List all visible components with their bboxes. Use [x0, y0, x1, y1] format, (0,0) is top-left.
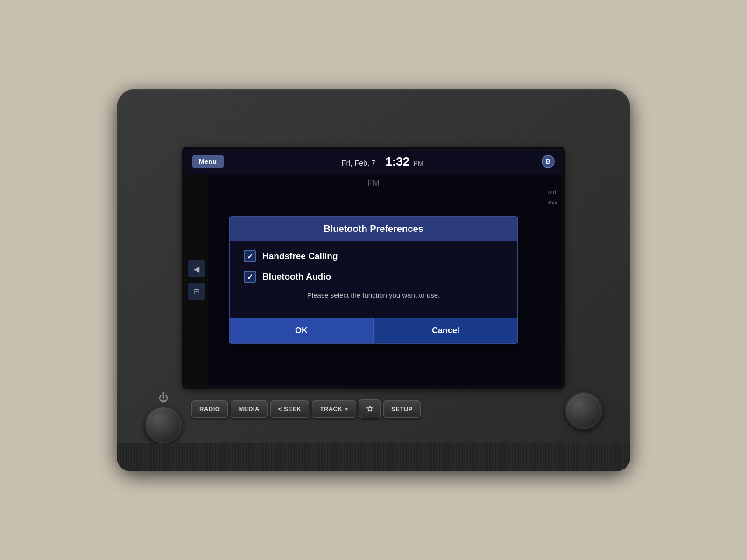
handsfree-calling-option[interactable]: Handsfree Calling	[244, 250, 503, 262]
favorite-button[interactable]: ☆	[359, 399, 381, 418]
screen: Menu Fri, Feb. 7 1:32 PM B FM	[185, 149, 562, 386]
ok-button[interactable]: OK	[230, 318, 374, 343]
dialog-body: Handsfree Calling Bluetooth Audio Please…	[230, 241, 517, 318]
main-content: FM ◀ ⊞ oid ess Bluetooth Preferences	[185, 174, 562, 386]
radio-button[interactable]: RADIO	[191, 400, 228, 418]
setup-button[interactable]: SETUP	[383, 400, 421, 418]
right-knob[interactable]	[565, 392, 602, 429]
bluetooth-icon: B	[542, 155, 555, 168]
menu-button[interactable]: Menu	[192, 155, 224, 168]
track-button[interactable]: TRACK >	[312, 400, 356, 418]
ampm-display: PM	[414, 160, 423, 167]
left-knob-area: ⏻	[145, 392, 182, 443]
seek-button[interactable]: < SEEK	[270, 400, 310, 418]
cancel-button[interactable]: Cancel	[374, 318, 517, 343]
date-display: Fri, Feb. 7	[342, 159, 376, 167]
date-time-display: Fri, Feb. 7 1:32 PM	[224, 154, 542, 169]
left-knob[interactable]	[145, 406, 182, 443]
bluetooth-audio-option[interactable]: Bluetooth Audio	[244, 271, 503, 283]
power-icon[interactable]: ⏻	[158, 392, 169, 404]
time-display: 1:32	[385, 154, 409, 168]
media-button[interactable]: MEDIA	[231, 400, 267, 418]
dialog-message: Please select the function you want to u…	[244, 291, 503, 299]
right-knob-area	[565, 392, 602, 443]
handsfree-calling-label: Handsfree Calling	[262, 251, 338, 261]
dialog-overlay: Bluetooth Preferences Handsfree Calling …	[185, 174, 562, 386]
dialog-title-bar: Bluetooth Preferences	[230, 217, 517, 241]
screen-bezel: Menu Fri, Feb. 7 1:32 PM B FM	[182, 147, 565, 389]
dialog-title: Bluetooth Preferences	[324, 224, 423, 234]
bluetooth-audio-checkbox[interactable]	[244, 271, 256, 283]
hardware-buttons-row: RADIO MEDIA < SEEK TRACK > ☆ SETUP	[191, 399, 556, 418]
bottom-strip	[117, 443, 630, 471]
dialog-buttons: OK Cancel	[230, 318, 517, 343]
handsfree-calling-checkbox[interactable]	[244, 250, 256, 262]
bluetooth-audio-label: Bluetooth Audio	[262, 272, 331, 282]
bluetooth-preferences-dialog: Bluetooth Preferences Handsfree Calling …	[229, 216, 518, 344]
status-bar: Menu Fri, Feb. 7 1:32 PM B	[185, 149, 562, 174]
svg-text:B: B	[546, 158, 550, 165]
car-infotainment-unit: Menu Fri, Feb. 7 1:32 PM B FM	[117, 89, 630, 471]
